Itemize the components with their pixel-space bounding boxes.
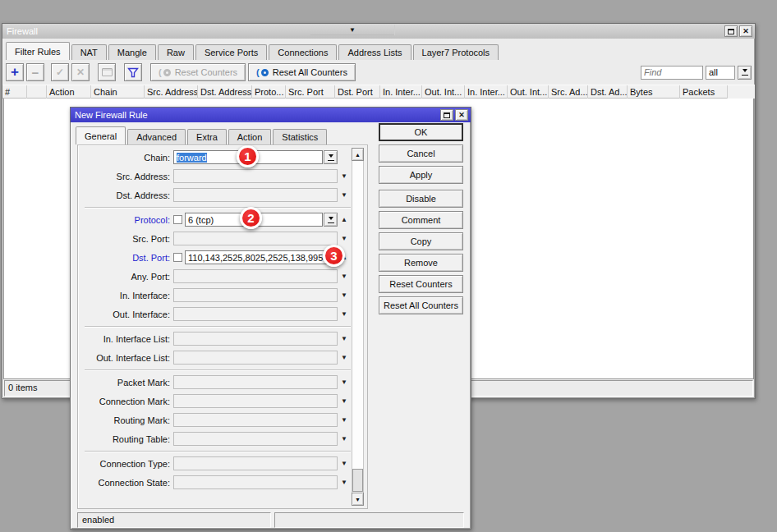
dialog-tab-statistics[interactable]: Statistics [273,129,327,144]
packet-mark-expand-button[interactable]: ▼ [338,378,351,386]
src-address-expand-button[interactable]: ▼ [338,172,351,180]
scrollbar-thumb[interactable] [352,469,363,492]
firewall-close-button[interactable]: ✕ [739,25,752,37]
column-src-address-list[interactable]: Src. Ad... [549,85,588,99]
dialog-maximize-button[interactable] [440,109,453,121]
reset-all-counters-toolbar-button[interactable]: ( Reset All Counters [248,63,356,81]
disable-button[interactable]: Disable [379,190,463,208]
dialog-tab-action[interactable]: Action [228,129,272,144]
reset-counters-button[interactable]: Reset Counters [379,275,463,293]
tab-nat[interactable]: NAT [71,44,107,60]
find-input[interactable] [641,66,703,80]
src-address-input[interactable] [173,169,338,183]
cancel-button[interactable]: Cancel [379,144,463,163]
triangle-up-icon: ▲ [355,152,361,158]
comment-button[interactable] [98,63,116,81]
dst-address-expand-button[interactable]: ▼ [338,191,351,199]
column-action[interactable]: Action [47,85,91,99]
routing-table-input[interactable] [173,432,338,446]
connection-state-input[interactable] [173,475,338,489]
chain-dropdown-button[interactable] [324,150,338,164]
routing-mark-input[interactable] [173,413,338,427]
packet-mark-input[interactable] [173,375,338,389]
filter-button[interactable] [124,63,142,81]
column-src-address[interactable]: Src. Address [145,85,198,99]
protocol-collapse-button[interactable]: ▲ [338,216,351,223]
comment-button[interactable]: Comment [379,211,463,229]
in-interface-expand-button[interactable]: ▼ [338,291,351,299]
column-src-port[interactable]: Src. Port [286,85,335,99]
tab-raw[interactable]: Raw [158,44,194,60]
add-rule-button[interactable]: + [6,63,24,81]
protocol-negate-checkbox[interactable] [173,215,182,224]
src-port-expand-button[interactable]: ▼ [338,235,351,242]
dialog-tab-general[interactable]: General [76,126,126,144]
column-out-interface-list[interactable]: Out. Int... [508,85,549,99]
dialog-titlebar[interactable]: New Firewall Rule ✕ [71,108,471,122]
copy-button[interactable]: Copy [379,232,463,250]
column-out-interface[interactable]: Out. Int... [422,85,465,99]
protocol-dropdown-button[interactable] [324,213,338,227]
filter-scope-select[interactable]: all [706,66,735,80]
column-bytes[interactable]: Bytes [628,85,680,99]
enable-rule-button[interactable]: ✓ [51,63,69,81]
routing-table-expand-button[interactable]: ▼ [338,435,351,443]
tab-service-ports[interactable]: Service Ports [195,44,267,60]
column-protocol[interactable]: Proto... [252,85,286,99]
dst-port-input[interactable]: 110,143,2525,8025,2525,138,995 [185,250,338,264]
tab-filter-rules[interactable]: Filter Rules [6,42,70,60]
field-row-connection-type: Connection Type: ▼ [85,456,351,470]
column-in-interface-list[interactable]: In. Inter... [465,85,508,99]
column-options-button[interactable]: ▼ [310,25,395,35]
dst-address-input[interactable] [173,188,338,202]
out-interface-input[interactable] [173,307,338,321]
ok-button[interactable]: OK [379,123,463,141]
firewall-maximize-button[interactable] [724,25,738,37]
tab-layer7-protocols[interactable]: Layer7 Protocols [413,44,499,60]
reset-counters-toolbar-button[interactable]: ( Reset Counters [150,63,246,81]
dst-port-negate-checkbox[interactable] [173,253,182,262]
dialog-tab-advanced[interactable]: Advanced [127,129,186,144]
src-port-input[interactable] [173,232,338,245]
column-dst-address-list[interactable]: Dst. Ad... [588,85,628,99]
connection-mark-input[interactable] [173,394,338,408]
dialog-tab-extra[interactable]: Extra [187,129,227,144]
reset-counters-label: Reset Counters [175,67,237,77]
connection-mark-expand-button[interactable]: ▼ [338,397,351,405]
routing-mark-expand-button[interactable]: ▼ [338,416,351,424]
column-in-interface[interactable]: In. Inter... [380,85,422,99]
remove-button[interactable]: Remove [379,254,463,272]
column-blank[interactable] [27,85,47,99]
column-chain[interactable]: Chain [91,85,145,99]
scroll-down-button[interactable]: ▼ [352,493,364,506]
connection-type-expand-button[interactable]: ▼ [338,460,351,467]
column-number[interactable]: # [2,85,27,99]
reset-all-counter-icon: ( [256,67,260,77]
out-interface-list-input[interactable] [173,351,338,365]
out-interface-expand-button[interactable]: ▼ [338,310,351,318]
column-packets[interactable]: Packets [680,85,728,99]
dialog-close-button[interactable]: ✕ [455,109,468,121]
form-scrollbar[interactable]: ▲ ▼ [352,148,364,506]
remove-rule-button[interactable]: − [26,63,44,81]
scroll-up-button[interactable]: ▲ [352,148,364,161]
in-interface-input[interactable] [173,288,338,302]
any-port-expand-button[interactable]: ▼ [338,273,351,280]
separator [85,451,351,452]
connection-state-expand-button[interactable]: ▼ [338,479,351,486]
apply-button[interactable]: Apply [379,166,463,184]
out-interface-list-expand-button[interactable]: ▼ [338,354,351,361]
reset-all-counters-button[interactable]: Reset All Counters [379,296,463,314]
in-interface-list-expand-button[interactable]: ▼ [338,335,351,342]
tab-address-lists[interactable]: Address Lists [338,44,411,60]
column-dst-address[interactable]: Dst. Address [198,85,252,99]
tab-mangle[interactable]: Mangle [108,44,156,60]
any-port-input[interactable] [173,269,338,283]
column-dst-port[interactable]: Dst. Port [335,85,380,99]
in-interface-list-input[interactable] [173,332,338,346]
disable-rule-button[interactable]: ✕ [71,63,90,81]
filter-scope-dropdown-button[interactable] [738,66,752,80]
tab-connections[interactable]: Connections [269,44,337,60]
field-row-any-port: Any. Port: ▼ [85,269,351,283]
connection-type-input[interactable] [173,456,338,470]
